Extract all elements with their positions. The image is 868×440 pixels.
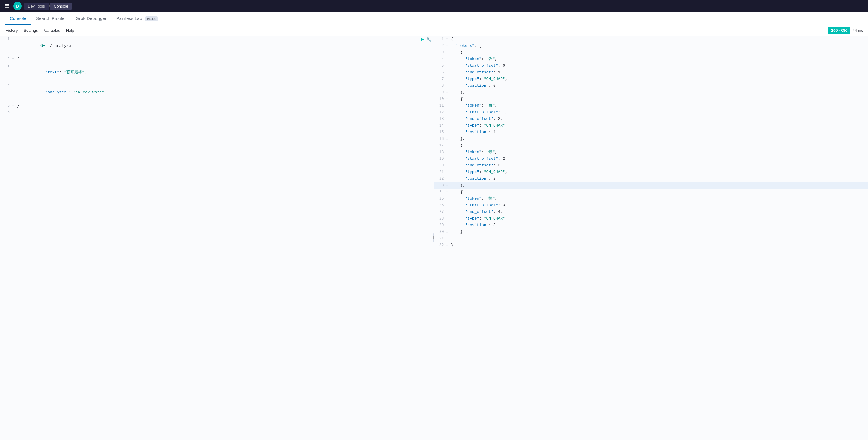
line-content: }, xyxy=(451,136,866,142)
line-content: "end_offset": 2, xyxy=(451,116,866,122)
line-number: 21 xyxy=(434,169,446,175)
line-content: "type": "CN_CHAR", xyxy=(451,215,866,222)
settings-button[interactable]: Settings xyxy=(23,27,38,34)
line-number: 8 xyxy=(434,83,446,89)
line-content: } xyxy=(451,229,866,235)
line-number: 3 xyxy=(0,62,12,69)
line-content: "end_offset": 3, xyxy=(451,162,866,169)
line-content: "token": "哥", xyxy=(451,102,866,109)
line-number: 5 xyxy=(0,102,12,109)
line-number: 18 xyxy=(434,149,446,155)
line-content: }, xyxy=(451,89,866,96)
line-number: 26 xyxy=(434,202,446,209)
toolbar-left: History Settings Variables Help xyxy=(5,27,74,34)
line-content: "position": 2 xyxy=(451,175,866,182)
help-button[interactable]: Help xyxy=(65,27,75,34)
tab-console[interactable]: Console xyxy=(5,12,31,25)
line-number: 17 xyxy=(434,142,446,149)
panel-divider[interactable]: ‖ xyxy=(433,233,434,242)
line-content: "tokens": [ xyxy=(451,42,866,49)
line-number: 1 xyxy=(434,36,446,42)
line-number: 31 xyxy=(434,235,446,242)
run-icon[interactable]: ▶ xyxy=(422,36,425,44)
line-number: 29 xyxy=(434,222,446,229)
table-row: 2▾ "tokens": [ xyxy=(434,42,868,49)
table-row: 18 "token": "最", xyxy=(434,149,868,155)
table-row: 6 xyxy=(0,109,434,116)
line-action-icons: ▶ 🔧 xyxy=(419,36,431,44)
table-row: 6 "end_offset": 1, xyxy=(434,69,868,76)
line-number: 4 xyxy=(0,83,12,89)
editor-container: 1 GET /_analyze ▶ 🔧 2 ▾ { 3 xyxy=(0,36,868,440)
line-content: "start_offset": 1, xyxy=(451,109,866,116)
line-number: 20 xyxy=(434,162,446,169)
line-content: "token": "强", xyxy=(451,56,866,62)
fold-arrow[interactable]: ▴ xyxy=(446,136,451,142)
line-number: 25 xyxy=(434,196,446,202)
breadcrumb-console[interactable]: Console xyxy=(50,3,72,10)
line-number: 6 xyxy=(0,109,12,116)
breadcrumb-devtools[interactable]: Dev Tools xyxy=(24,3,49,10)
toolbar: History Settings Variables Help 200 - OK… xyxy=(0,25,868,36)
table-row: 30▴ } xyxy=(434,229,868,235)
history-button[interactable]: History xyxy=(5,27,18,34)
line-number: 5 xyxy=(434,62,446,69)
line-number: 1 xyxy=(0,36,12,42)
line-content: ] xyxy=(451,235,866,242)
line-content: "position": 3 xyxy=(451,222,866,229)
hamburger-icon[interactable]: ☰ xyxy=(4,1,11,10)
table-row: 13 "end_offset": 2, xyxy=(434,116,868,122)
line-content: "end_offset": 1, xyxy=(451,69,866,76)
line-content: { xyxy=(17,56,431,62)
table-row: 20 "end_offset": 3, xyxy=(434,162,868,169)
tab-search-profiler[interactable]: Search Profiler xyxy=(31,12,71,25)
table-row: 27 "end_offset": 4, xyxy=(434,209,868,215)
fold-arrow[interactable]: ▴ xyxy=(446,182,451,189)
left-panel[interactable]: 1 GET /_analyze ▶ 🔧 2 ▾ { 3 xyxy=(0,36,434,440)
fold-arrow[interactable]: ▴ xyxy=(12,102,17,109)
table-row: 25 "token": "棒", xyxy=(434,196,868,202)
line-content: } xyxy=(17,102,431,109)
table-row: 29 "position": 3 xyxy=(434,222,868,229)
fold-arrow[interactable]: ▾ xyxy=(446,189,451,196)
line-number: 19 xyxy=(434,155,446,162)
fold-arrow[interactable]: ▾ xyxy=(446,49,451,56)
wrench-icon[interactable]: 🔧 xyxy=(426,36,431,43)
logo-avatar: D xyxy=(13,2,22,10)
fold-arrow[interactable]: ▴ xyxy=(446,242,451,248)
right-panel[interactable]: 1▾{2▾ "tokens": [3▾ {4 "token": "强",5 "s… xyxy=(434,36,868,440)
line-number: 11 xyxy=(434,102,446,109)
table-row: 9▴ }, xyxy=(434,89,868,96)
fold-arrow[interactable]: ▾ xyxy=(446,36,451,42)
fold-arrow[interactable]: ▴ xyxy=(446,229,451,235)
table-row: 8 "position": 0 xyxy=(434,83,868,89)
fold-arrow[interactable]: ▾ xyxy=(446,142,451,149)
line-number: 10 xyxy=(434,96,446,102)
tab-grok-debugger[interactable]: Grok Debugger xyxy=(71,12,112,25)
fold-arrow[interactable]: ▴ xyxy=(446,235,451,242)
line-content: "end_offset": 4, xyxy=(451,209,866,215)
toolbar-right: 200 - OK 44 ms xyxy=(828,27,863,34)
fold-arrow[interactable]: ▾ xyxy=(12,56,17,62)
table-row: 4 "analyzer": "ik_max_word" xyxy=(0,83,434,102)
variables-button[interactable]: Variables xyxy=(43,27,60,34)
fold-arrow[interactable]: ▾ xyxy=(446,96,451,102)
table-row: 7 "type": "CN_CHAR", xyxy=(434,76,868,83)
line-number: 6 xyxy=(434,69,446,76)
table-row: 26 "start_offset": 3, xyxy=(434,202,868,209)
table-row: 32▴} xyxy=(434,242,868,248)
line-content: "position": 0 xyxy=(451,83,866,89)
status-badge: 200 - OK xyxy=(828,27,850,34)
fold-arrow[interactable]: ▴ xyxy=(446,89,451,96)
line-content: GET /_analyze xyxy=(17,36,419,56)
line-number: 28 xyxy=(434,215,446,222)
line-number: 15 xyxy=(434,129,446,136)
breadcrumb: Dev Tools › Console xyxy=(24,3,72,10)
tab-painless-lab[interactable]: Painless Lab BETA xyxy=(112,12,162,25)
line-content: "start_offset": 3, xyxy=(451,202,866,209)
line-number: 7 xyxy=(434,76,446,83)
line-content: "type": "CN_CHAR", xyxy=(451,169,866,175)
fold-arrow[interactable]: ▾ xyxy=(446,42,451,49)
line-number: 32 xyxy=(434,242,446,248)
line-content: "type": "CN_CHAR", xyxy=(451,76,866,83)
